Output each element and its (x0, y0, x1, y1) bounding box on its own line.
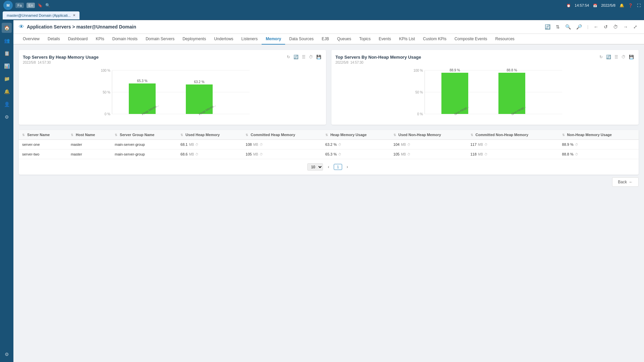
col-used-non-heap[interactable]: ⇅ Used Non-Heap Memory (390, 130, 467, 140)
sidebar-icon-chart[interactable]: 📊 (2, 61, 12, 71)
main-tab[interactable]: master@Unnamed Domain (Applicati... ✕ (3, 11, 79, 19)
committed-heap-history-icon-1[interactable]: ⏱ (260, 143, 263, 146)
tab-dashboard[interactable]: Dashboard (64, 34, 92, 45)
sidebar-icon-settings-bottom[interactable]: ⚙ (2, 349, 12, 359)
heap-chart-list-btn[interactable]: ☰ (301, 54, 306, 60)
non-heap-usage-history-icon-2[interactable]: ⏱ (575, 153, 578, 156)
forward-nav-btn[interactable]: → (622, 23, 629, 31)
tab-close-btn[interactable]: ✕ (73, 13, 75, 17)
bookmark-icon[interactable]: 🔖 (38, 3, 43, 8)
expand-icon[interactable]: ⛶ (637, 3, 641, 7)
main-content: Top Servers By Heap Memory Usage ↻ 🔄 ☰ ⏱… (13, 45, 644, 362)
current-page: 1 (334, 164, 342, 170)
tab-domain-hosts[interactable]: Domain Hosts (108, 34, 142, 45)
page-size-select[interactable]: 102050 (307, 163, 323, 171)
used-heap-history-icon-1[interactable]: ⏱ (195, 143, 199, 146)
breadcrumb: Application Servers > master@Unnamed Dom… (27, 24, 136, 29)
non-heap-chart-refresh-btn[interactable]: 🔄 (605, 54, 612, 60)
tab-undertows[interactable]: Undertows (210, 34, 237, 45)
next-page-btn[interactable]: › (345, 164, 350, 170)
search-header-btn[interactable]: 🔎 (575, 23, 583, 31)
cell-group-1: main-server-group (111, 140, 177, 149)
non-heap-chart-save-btn[interactable]: 💾 (628, 54, 635, 60)
committed-heap-history-icon-2[interactable]: ⏱ (260, 153, 263, 156)
non-heap-usage-history-icon-1[interactable]: ⏱ (575, 143, 578, 146)
non-heap-chart-header: Top Servers By Non-Heap Memory Usage ↻ 🔄… (335, 54, 635, 64)
heap-chart-save-btn[interactable]: 💾 (316, 54, 322, 60)
clock-nav-btn[interactable]: ⏱ (612, 23, 619, 31)
tab-composite-events[interactable]: Composite Events (450, 34, 491, 45)
back-button[interactable]: Back ← (612, 177, 639, 187)
non-heap-chart-replay-btn[interactable]: ↻ (599, 54, 603, 60)
col-non-heap-usage[interactable]: ⇅ Non-Heap Memory Usage (559, 130, 639, 140)
search-icon[interactable]: 🔍 (45, 3, 50, 8)
non-heap-chart-list-btn[interactable]: ☰ (614, 54, 619, 60)
used-heap-history-icon-2[interactable]: ⏱ (195, 153, 199, 156)
sidebar-icon-folder[interactable]: 📁 (2, 74, 12, 84)
tab-data-sources[interactable]: Data Sources (285, 34, 318, 45)
tab-overview[interactable]: Overview (19, 34, 44, 45)
tab-memory[interactable]: Memory (262, 34, 285, 45)
col-used-heap[interactable]: ⇅ Used Heap Memory (177, 130, 242, 140)
refresh-btn[interactable]: 🔄 (543, 23, 552, 31)
committed-non-heap-history-icon-2[interactable]: ⏱ (484, 153, 488, 156)
sidebar-icon-users[interactable]: 👥 (2, 36, 12, 46)
heap-chart-replay-btn[interactable]: ↻ (286, 54, 291, 60)
sidebar-icon-gear[interactable]: ⚙ (2, 112, 12, 122)
expand-nav-btn[interactable]: ⤢ (632, 23, 639, 31)
sidebar-icon-home[interactable]: 🏠 (2, 23, 12, 33)
svg-text:0 %: 0 % (105, 112, 110, 116)
col-host-name[interactable]: ⇅ Host Name (67, 130, 111, 140)
used-non-heap-history-icon-2[interactable]: ⏱ (407, 153, 411, 156)
heap-usage-history-icon-2[interactable]: ⏱ (338, 153, 341, 156)
charts-row: Top Servers By Heap Memory Usage ↻ 🔄 ☰ ⏱… (19, 50, 639, 125)
lang-en-btn[interactable]: En (26, 3, 35, 8)
zoom-btn[interactable]: 🔍 (564, 23, 572, 31)
heap-chart-subtitle: 2022/5/8 14:57:30 (23, 61, 322, 64)
lang-fa-btn[interactable]: Fa (15, 3, 24, 8)
tab-kpis[interactable]: KPIs (92, 34, 108, 45)
tab-events[interactable]: Events (375, 34, 395, 45)
heap-chart-clock-btn[interactable]: ⏱ (308, 54, 314, 60)
back-section: Back ← (19, 175, 639, 189)
col-committed-non-heap[interactable]: ⇅ Committed Non-Heap Memory (467, 130, 559, 140)
sort-icon-non-heap-usage: ⇅ (562, 133, 565, 137)
separator: | (586, 24, 590, 29)
tab-queues[interactable]: Queues (333, 34, 355, 45)
non-heap-chart-clock-btn[interactable]: ⏱ (621, 54, 626, 60)
notification-icon[interactable]: 🔔 (620, 3, 624, 8)
heap-usage-history-icon-1[interactable]: ⏱ (338, 143, 341, 146)
svg-text:100 %: 100 % (101, 69, 110, 72)
svg-text:88.8 %: 88.8 % (506, 68, 517, 72)
committed-non-heap-history-icon-1[interactable]: ⏱ (484, 143, 488, 146)
tab-resources[interactable]: Resources (491, 34, 519, 45)
cell-committed-heap-2: 105 MB ⏱ (242, 149, 322, 159)
col-committed-heap[interactable]: ⇅ Committed Heap Memory (242, 130, 322, 140)
reload-nav-btn[interactable]: ↺ (602, 23, 609, 31)
table-header-row: ⇅ Server Name ⇅ Host Name ⇅ Server Group… (19, 130, 639, 140)
table-row: server-two master main-server-group 68.6… (19, 149, 639, 159)
tab-deployments[interactable]: Deployments (178, 34, 210, 45)
svg-text:50 %: 50 % (415, 90, 423, 94)
tab-details[interactable]: Details (44, 34, 64, 45)
prev-page-btn[interactable]: ‹ (326, 164, 331, 170)
tab-listeners[interactable]: Listeners (237, 34, 262, 45)
tab-topics[interactable]: Topics (355, 34, 375, 45)
sidebar-icon-bell[interactable]: 🔔 (2, 86, 12, 97)
tab-ejb[interactable]: EJB (318, 34, 333, 45)
used-non-heap-history-icon-1[interactable]: ⏱ (407, 143, 411, 146)
tab-domain-servers[interactable]: Domain Servers (142, 34, 178, 45)
sidebar-icon-list[interactable]: 📋 (2, 48, 12, 58)
columns-btn[interactable]: ⇅ (554, 23, 561, 31)
col-heap-usage[interactable]: ⇅ Heap Memory Usage (322, 130, 390, 140)
tab-custom-kpis[interactable]: Custom KPIs (419, 34, 450, 45)
help-icon[interactable]: ❓ (628, 3, 633, 8)
back-nav-btn[interactable]: ← (592, 23, 600, 31)
sidebar-icon-user[interactable]: 👤 (2, 99, 12, 109)
sort-icon-host: ⇅ (71, 133, 73, 137)
col-server-group[interactable]: ⇅ Server Group Name (111, 130, 177, 140)
heap-chart-refresh-btn[interactable]: 🔄 (293, 54, 299, 60)
col-server-name[interactable]: ⇅ Server Name (19, 130, 67, 140)
sidebar: 🏠 👥 📋 📊 📁 🔔 👤 ⚙ ⚙ (0, 20, 13, 362)
tab-kpis-list[interactable]: KPIs List (395, 34, 419, 45)
